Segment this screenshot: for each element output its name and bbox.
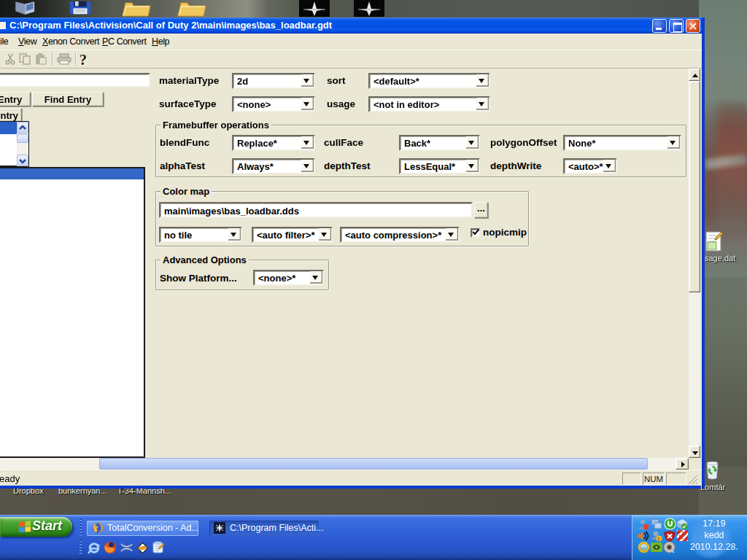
svg-text:!: ! — [658, 536, 660, 542]
